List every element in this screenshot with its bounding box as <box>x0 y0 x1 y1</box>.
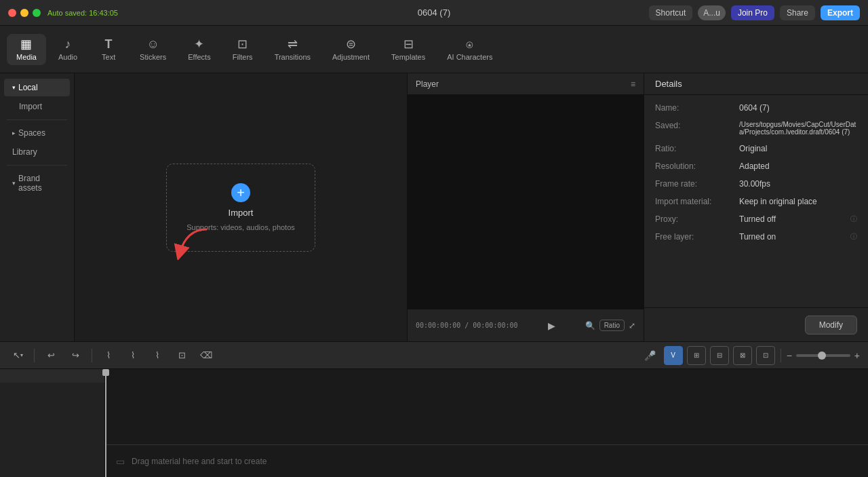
redo-icon: ↪ <box>72 350 79 360</box>
detail-val-import-material: Keep in original place <box>739 197 857 206</box>
timeline-playhead[interactable] <box>105 369 106 477</box>
spaces-arrow-icon: ▸ <box>12 130 16 136</box>
nav-stickers[interactable]: ☺ Stickers <box>130 34 176 65</box>
autosave-status: Auto saved: 16:43:05 <box>47 9 118 17</box>
player-controls: 00:00:00:00 / 00:00:00:00 ▶ 🔍 Ratio ⤢ <box>408 309 644 341</box>
details-footer: Modify <box>644 307 868 341</box>
zoom-in-icon[interactable]: + <box>854 350 860 361</box>
track-type-2[interactable]: ⊞ <box>687 346 706 365</box>
export-button[interactable]: Export <box>821 5 860 20</box>
split-icon-2: ⌇ <box>131 350 135 360</box>
timeline-right-controls: 🎤 V ⊞ ⊟ ⊠ ⊡ − + <box>641 346 860 365</box>
sidebar-item-spaces[interactable]: ▸ Spaces <box>4 124 70 142</box>
share-button[interactable]: Share <box>780 5 815 20</box>
ratio-button[interactable]: Ratio <box>599 320 625 331</box>
sidebar-item-import[interactable]: Import <box>4 98 70 115</box>
track-type-5[interactable]: ⊡ <box>756 346 775 365</box>
detail-val-ratio: Original <box>739 144 857 153</box>
joinpro-button[interactable]: Join Pro <box>731 5 774 20</box>
nav-text[interactable]: T Text <box>90 34 127 65</box>
select-tool-button[interactable]: ↖ ▾ <box>8 346 27 365</box>
local-arrow-icon: ▾ <box>12 84 16 91</box>
sidebar-item-local[interactable]: ▾ Local <box>4 79 70 96</box>
minimize-button[interactable] <box>20 9 28 17</box>
window-controls <box>8 9 41 17</box>
split-button-2[interactable]: ⌇ <box>123 346 142 365</box>
undo-button[interactable]: ↩ <box>41 346 60 365</box>
nav-transitions[interactable]: ⇌ Transitions <box>265 34 320 65</box>
nav-adjustment-label: Adjustment <box>332 53 370 61</box>
titlebar: Auto saved: 16:43:05 0604 (7) Shortcut A… <box>0 0 868 26</box>
details-header: Details <box>644 73 868 95</box>
import-plus-icon: + <box>231 183 250 202</box>
crop-button[interactable]: ⊡ <box>172 346 191 365</box>
detail-key-ratio: Ratio: <box>655 144 736 153</box>
track-type-1[interactable]: V <box>664 346 683 365</box>
close-button[interactable] <box>8 9 16 17</box>
media-panel: + Import Supports: videos, audios, photo… <box>75 73 407 341</box>
track-type-4[interactable]: ⊠ <box>733 346 752 365</box>
player-timecode: 00:00:00:00 / 00:00:00:00 <box>416 322 518 329</box>
templates-icon: ⊟ <box>403 38 414 50</box>
nav-audio[interactable]: ♪ Audio <box>49 34 87 65</box>
modify-button[interactable]: Modify <box>805 316 857 335</box>
track-type-3[interactable]: ⊟ <box>710 346 729 365</box>
proxy-info-icon[interactable]: ⓘ <box>850 214 857 224</box>
main-content: ▾ Local Import ▸ Spaces Library ▾ Brand … <box>0 73 868 341</box>
player-area <box>408 95 644 309</box>
detail-key-proxy: Proxy: <box>655 214 736 224</box>
sidebar-item-library[interactable]: Library <box>4 143 70 161</box>
zoom-slider[interactable] <box>796 354 850 357</box>
sidebar-item-brand-assets[interactable]: ▾ Brand assets <box>4 170 70 197</box>
playhead-handle <box>102 369 109 376</box>
nav-stickers-label: Stickers <box>140 53 166 61</box>
player-title: Player <box>416 79 439 89</box>
detail-val-resolution: Adapted <box>739 161 857 171</box>
filters-icon: ⊡ <box>237 38 248 50</box>
search-player-icon[interactable]: 🔍 <box>585 321 595 330</box>
brand-arrow-icon: ▾ <box>12 180 16 187</box>
split-button-3[interactable]: ⌇ <box>148 346 167 365</box>
player-header: Player ≡ <box>408 73 644 95</box>
freelayer-info-icon[interactable]: ⓘ <box>850 232 857 242</box>
player-buttons: ▶ <box>548 320 555 331</box>
play-button[interactable]: ▶ <box>548 320 555 331</box>
detail-key-freelayer: Free layer: <box>655 232 736 242</box>
redo-button[interactable]: ↪ <box>66 346 85 365</box>
media-icon: ▦ <box>20 38 32 50</box>
detail-key-name: Name: <box>655 103 736 113</box>
zoom-out-icon[interactable]: − <box>787 350 792 361</box>
sidebar-library-label: Library <box>12 147 37 157</box>
toolbar-separator-3 <box>781 349 781 362</box>
delete-button[interactable]: ⌫ <box>197 346 216 365</box>
detail-row-framerate: Frame rate: 30.00fps <box>655 179 857 189</box>
timeline-content[interactable]: ▭ Drag material here and start to create <box>105 369 868 477</box>
timeline-ruler <box>0 369 104 383</box>
nav-ai-characters[interactable]: ⍟ AI Characters <box>437 34 502 65</box>
split-icon-3: ⌇ <box>155 350 159 360</box>
detail-val-proxy: Turned off <box>739 214 845 224</box>
player-menu-icon[interactable]: ≡ <box>631 79 635 89</box>
nav-filters[interactable]: ⊡ Filters <box>223 34 262 65</box>
drop-zone-icon: ▭ <box>116 456 125 467</box>
toolbar-separator-2 <box>92 349 92 362</box>
split-button-1[interactable]: ⌇ <box>99 346 118 365</box>
crop-icon: ⊡ <box>178 350 186 360</box>
timeline-toolbar: ↖ ▾ ↩ ↪ ⌇ ⌇ ⌇ ⊡ ⌫ 🎤 V ⊞ <box>0 342 868 369</box>
timeline-drop-zone: ▭ Drag material here and start to create <box>105 444 868 477</box>
avatar-button[interactable]: A...u <box>698 5 726 20</box>
maximize-button[interactable] <box>33 9 41 17</box>
detail-key-import-material: Import material: <box>655 197 736 206</box>
nav-adjustment[interactable]: ⊜ Adjustment <box>323 34 379 65</box>
nav-media[interactable]: ▦ Media <box>7 34 46 65</box>
sidebar-brand-label: Brand assets <box>18 174 62 193</box>
nav-templates[interactable]: ⊟ Templates <box>382 34 435 65</box>
shortcut-button[interactable]: Shortcut <box>649 5 693 20</box>
split-icon-1: ⌇ <box>106 350 111 360</box>
nav-effects[interactable]: ✦ Effects <box>178 34 220 65</box>
fullscreen-icon[interactable]: ⤢ <box>629 321 635 330</box>
stickers-icon: ☺ <box>146 38 159 50</box>
ai-characters-icon: ⍟ <box>466 38 473 50</box>
detail-row-saved: Saved: /Users/topgus/Movies/CapCut/UserD… <box>655 121 857 136</box>
mic-button[interactable]: 🎤 <box>641 346 660 365</box>
